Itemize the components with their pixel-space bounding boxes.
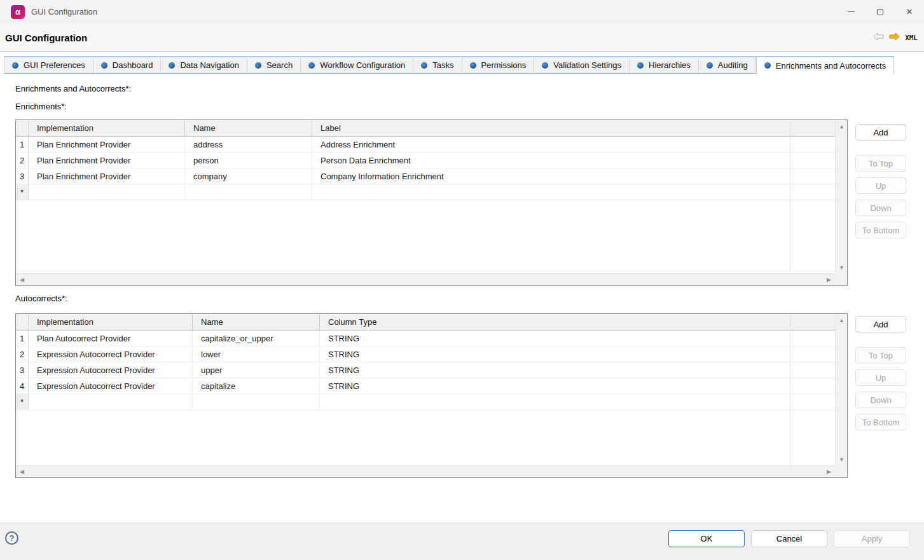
minimize-button[interactable] xyxy=(836,0,865,24)
enrichments-up-button[interactable]: Up xyxy=(855,177,906,194)
row-number-header xyxy=(16,314,29,330)
enrichments-header-row: Implementation Name Label xyxy=(16,120,835,137)
scroll-up-icon[interactable]: ▲ xyxy=(836,314,848,326)
tab-hierarchies[interactable]: Hierarchies xyxy=(630,56,699,74)
autocorrects-add-button[interactable]: Add xyxy=(855,316,906,332)
cell-column-type[interactable]: STRING xyxy=(320,331,790,346)
table-row[interactable]: 3 Plan Enrichment Provider company Compa… xyxy=(16,168,835,184)
cell-name[interactable]: lower xyxy=(193,346,320,362)
tab-gui-preferences[interactable]: GUI Preferences xyxy=(4,56,93,74)
close-icon: ✕ xyxy=(906,8,913,16)
row-number: 2 xyxy=(16,153,29,168)
column-header-name[interactable]: Name xyxy=(185,120,312,136)
tab-dot-icon xyxy=(169,62,175,69)
table-row[interactable]: 2 Expression Autocorrect Provider lower … xyxy=(16,346,835,362)
autocorrects-grid: Implementation Name Column Type 1 Plan A… xyxy=(16,314,835,465)
table-row[interactable]: 3 Expression Autocorrect Provider upper … xyxy=(16,362,835,378)
column-header-column-type[interactable]: Column Type xyxy=(320,314,790,330)
tab-bar: GUI Preferences Dashboard Data Navigatio… xyxy=(0,56,924,74)
enrichments-to-bottom-button[interactable]: To Bottom xyxy=(855,222,906,238)
cell-column-type[interactable]: STRING xyxy=(320,346,790,362)
close-button[interactable]: ✕ xyxy=(895,0,924,24)
help-icon[interactable]: ? xyxy=(5,531,18,545)
tab-dot-icon xyxy=(764,62,771,69)
cell-implementation[interactable]: Expression Autocorrect Provider xyxy=(29,378,193,393)
enrichments-table: Implementation Name Label 1 Plan Enrichm… xyxy=(15,120,848,286)
scroll-right-icon[interactable]: ▶ xyxy=(823,466,835,478)
scroll-down-icon[interactable]: ▼ xyxy=(836,261,848,273)
back-button[interactable] xyxy=(873,32,884,43)
tab-dot-icon xyxy=(707,62,713,69)
cell-name[interactable]: company xyxy=(185,168,312,184)
column-header-implementation[interactable]: Implementation xyxy=(29,120,185,136)
scroll-left-icon[interactable]: ◀ xyxy=(16,274,28,286)
scroll-down-icon[interactable]: ▼ xyxy=(836,453,848,465)
column-header-implementation[interactable]: Implementation xyxy=(29,314,193,330)
tab-validation-settings[interactable]: Validation Settings xyxy=(534,56,630,74)
cancel-button[interactable]: Cancel xyxy=(751,530,827,547)
horizontal-scrollbar[interactable]: ◀ ▶ xyxy=(16,465,835,477)
cell-column-type[interactable]: STRING xyxy=(320,362,790,378)
cell-name[interactable]: person xyxy=(185,153,312,168)
forward-button[interactable] xyxy=(889,32,900,43)
tab-search[interactable]: Search xyxy=(247,56,301,74)
tab-permissions[interactable]: Permissions xyxy=(462,56,535,74)
table-row[interactable]: 1 Plan Enrichment Provider address Addre… xyxy=(16,137,835,153)
cell-column-type[interactable]: STRING xyxy=(320,378,790,393)
minimize-icon xyxy=(848,11,855,12)
last-column-edge xyxy=(790,120,790,273)
horizontal-scrollbar[interactable]: ◀ ▶ xyxy=(16,273,835,285)
forward-arrow-icon xyxy=(889,32,900,41)
table-row[interactable]: 4 Expression Autocorrect Provider capita… xyxy=(16,378,835,394)
cell-implementation[interactable]: Plan Enrichment Provider xyxy=(29,168,185,184)
header-filler xyxy=(790,314,835,330)
vertical-scrollbar[interactable]: ▲ ▼ xyxy=(835,120,847,273)
maximize-button[interactable] xyxy=(865,0,895,24)
window-title: GUI Configuration xyxy=(31,7,97,17)
cell-name[interactable]: capitalize xyxy=(193,378,320,393)
cell-name[interactable]: upper xyxy=(193,362,320,378)
autocorrects-down-button[interactable]: Down xyxy=(855,392,906,408)
tab-dot-icon xyxy=(542,62,548,69)
autocorrects-to-top-button[interactable]: To Top xyxy=(855,347,906,364)
autocorrects-to-bottom-button[interactable]: To Bottom xyxy=(855,414,906,430)
cell-implementation[interactable]: Expression Autocorrect Provider xyxy=(29,346,193,362)
cell-name[interactable]: address xyxy=(185,137,312,152)
cell-label[interactable]: Person Data Enrichment xyxy=(312,153,790,168)
cell-implementation[interactable]: Plan Autocorrect Provider xyxy=(29,331,193,346)
column-header-label[interactable]: Label xyxy=(312,120,790,136)
tab-tasks[interactable]: Tasks xyxy=(413,56,462,74)
scroll-left-icon[interactable]: ◀ xyxy=(16,466,28,478)
cell-implementation[interactable]: Expression Autocorrect Provider xyxy=(29,362,193,378)
tab-auditing[interactable]: Auditing xyxy=(699,56,756,74)
xml-view-button[interactable]: XML xyxy=(905,34,918,42)
table-row[interactable]: 2 Plan Enrichment Provider person Person… xyxy=(16,153,835,168)
header-filler xyxy=(790,120,835,136)
row-number: 4 xyxy=(16,378,29,393)
vertical-scrollbar[interactable]: ▲ ▼ xyxy=(835,314,847,465)
tab-data-navigation[interactable]: Data Navigation xyxy=(161,56,247,74)
tab-dashboard[interactable]: Dashboard xyxy=(93,56,162,74)
tab-workflow-configuration[interactable]: Workflow Configuration xyxy=(301,56,413,74)
tab-enrichments-and-autocorrects[interactable]: Enrichments and Autocorrects xyxy=(756,56,894,74)
ok-button[interactable]: OK xyxy=(668,530,745,547)
table-row[interactable]: 1 Plan Autocorrect Provider capitalize_o… xyxy=(16,331,835,346)
cell-label[interactable]: Company Information Enrichment xyxy=(312,168,790,184)
cell-label[interactable]: Address Enrichment xyxy=(312,137,790,152)
new-row-placeholder[interactable]: * xyxy=(16,394,835,410)
row-number: 1 xyxy=(16,331,29,346)
column-header-name[interactable]: Name xyxy=(193,314,320,330)
enrichments-button-column: Add To Top Up Down To Bottom xyxy=(855,124,906,244)
autocorrects-up-button[interactable]: Up xyxy=(855,369,906,386)
dialog-footer: ? OK Cancel Apply xyxy=(0,522,924,560)
enrichments-down-button[interactable]: Down xyxy=(855,200,906,216)
scroll-up-icon[interactable]: ▲ xyxy=(836,120,848,132)
cell-implementation[interactable]: Plan Enrichment Provider xyxy=(29,137,185,152)
apply-button[interactable]: Apply xyxy=(834,530,910,547)
cell-name[interactable]: capitalize_or_upper xyxy=(193,331,320,346)
enrichments-to-top-button[interactable]: To Top xyxy=(855,155,906,172)
new-row-placeholder[interactable]: * xyxy=(16,184,835,200)
enrichments-add-button[interactable]: Add xyxy=(855,124,906,140)
scroll-right-icon[interactable]: ▶ xyxy=(823,274,835,286)
cell-implementation[interactable]: Plan Enrichment Provider xyxy=(29,153,185,168)
